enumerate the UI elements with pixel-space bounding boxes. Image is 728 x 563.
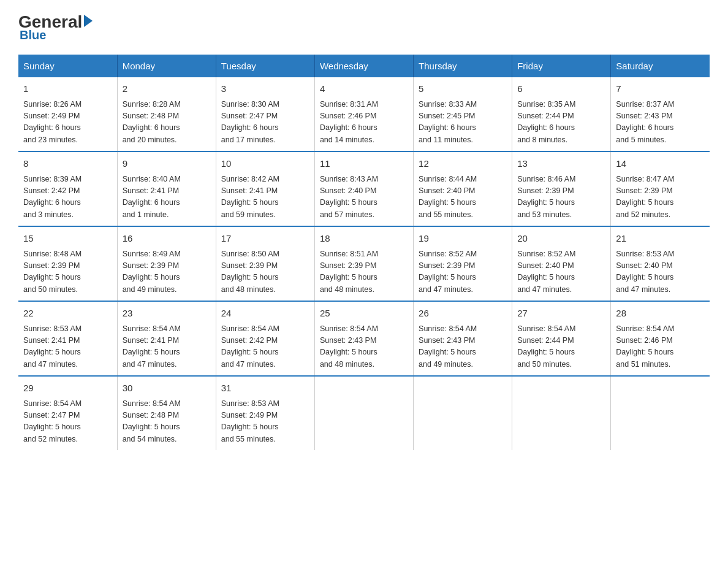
- day-info: Sunrise: 8:31 AM Sunset: 2:46 PM Dayligh…: [320, 99, 408, 147]
- day-info: Sunrise: 8:33 AM Sunset: 2:45 PM Dayligh…: [419, 99, 507, 147]
- calendar-cell: 10Sunrise: 8:42 AM Sunset: 2:41 PM Dayli…: [216, 151, 314, 226]
- calendar-week-3: 15Sunrise: 8:48 AM Sunset: 2:39 PM Dayli…: [18, 226, 710, 301]
- day-of-week-saturday: Saturday: [611, 55, 710, 77]
- calendar-cell: 14Sunrise: 8:47 AM Sunset: 2:39 PM Dayli…: [611, 151, 710, 226]
- calendar-cell: 16Sunrise: 8:49 AM Sunset: 2:39 PM Dayli…: [117, 226, 216, 301]
- calendar-cell: 27Sunrise: 8:54 AM Sunset: 2:44 PM Dayli…: [512, 301, 611, 376]
- calendar-cell: 9Sunrise: 8:40 AM Sunset: 2:41 PM Daylig…: [117, 151, 216, 226]
- logo: General Blue: [18, 12, 93, 42]
- day-info: Sunrise: 8:53 AM Sunset: 2:40 PM Dayligh…: [616, 248, 705, 296]
- day-number: 1: [23, 82, 112, 96]
- day-number: 27: [517, 307, 605, 321]
- calendar-cell: 13Sunrise: 8:46 AM Sunset: 2:39 PM Dayli…: [512, 151, 611, 226]
- day-of-week-wednesday: Wednesday: [314, 55, 413, 77]
- day-info: Sunrise: 8:28 AM Sunset: 2:48 PM Dayligh…: [123, 99, 211, 147]
- calendar-cell: 1Sunrise: 8:26 AM Sunset: 2:49 PM Daylig…: [18, 77, 117, 151]
- day-number: 29: [23, 381, 112, 396]
- day-number: 18: [320, 232, 408, 246]
- calendar-cell: 19Sunrise: 8:52 AM Sunset: 2:39 PM Dayli…: [414, 226, 512, 301]
- day-number: 15: [23, 232, 112, 246]
- day-info: Sunrise: 8:30 AM Sunset: 2:47 PM Dayligh…: [221, 99, 309, 147]
- calendar-cell: [314, 376, 413, 450]
- day-of-week-tuesday: Tuesday: [216, 55, 314, 77]
- day-number: 25: [320, 307, 408, 321]
- calendar-cell: [512, 376, 611, 450]
- day-info: Sunrise: 8:54 AM Sunset: 2:48 PM Dayligh…: [123, 398, 211, 446]
- day-number: 21: [616, 232, 705, 246]
- calendar-cell: 7Sunrise: 8:37 AM Sunset: 2:43 PM Daylig…: [611, 77, 710, 151]
- day-number: 23: [123, 307, 211, 321]
- day-number: 26: [419, 307, 507, 321]
- calendar-table: SundayMondayTuesdayWednesdayThursdayFrid…: [18, 55, 710, 450]
- calendar-cell: 2Sunrise: 8:28 AM Sunset: 2:48 PM Daylig…: [117, 77, 216, 151]
- calendar-cell: 12Sunrise: 8:44 AM Sunset: 2:40 PM Dayli…: [414, 151, 512, 226]
- day-info: Sunrise: 8:54 AM Sunset: 2:43 PM Dayligh…: [419, 323, 507, 371]
- calendar-cell: 3Sunrise: 8:30 AM Sunset: 2:47 PM Daylig…: [216, 77, 314, 151]
- day-info: Sunrise: 8:54 AM Sunset: 2:42 PM Dayligh…: [221, 323, 309, 371]
- calendar-cell: 24Sunrise: 8:54 AM Sunset: 2:42 PM Dayli…: [216, 301, 314, 376]
- calendar-cell: 25Sunrise: 8:54 AM Sunset: 2:43 PM Dayli…: [314, 301, 413, 376]
- calendar-cell: 20Sunrise: 8:52 AM Sunset: 2:40 PM Dayli…: [512, 226, 611, 301]
- calendar-cell: 18Sunrise: 8:51 AM Sunset: 2:39 PM Dayli…: [314, 226, 413, 301]
- day-number: 17: [221, 232, 309, 246]
- calendar-cell: 29Sunrise: 8:54 AM Sunset: 2:47 PM Dayli…: [18, 376, 117, 450]
- day-of-week-monday: Monday: [117, 55, 216, 77]
- day-number: 30: [123, 381, 211, 396]
- day-number: 11: [320, 157, 408, 171]
- day-info: Sunrise: 8:39 AM Sunset: 2:42 PM Dayligh…: [23, 174, 112, 221]
- day-info: Sunrise: 8:43 AM Sunset: 2:40 PM Dayligh…: [320, 174, 408, 221]
- day-number: 7: [616, 82, 705, 96]
- calendar-cell: 17Sunrise: 8:50 AM Sunset: 2:39 PM Dayli…: [216, 226, 314, 301]
- day-of-week-friday: Friday: [512, 55, 611, 77]
- day-number: 13: [517, 157, 605, 171]
- day-number: 14: [616, 157, 705, 171]
- day-info: Sunrise: 8:48 AM Sunset: 2:39 PM Dayligh…: [23, 248, 112, 296]
- day-number: 3: [221, 82, 309, 96]
- day-info: Sunrise: 8:54 AM Sunset: 2:43 PM Dayligh…: [320, 323, 408, 371]
- day-info: Sunrise: 8:52 AM Sunset: 2:40 PM Dayligh…: [517, 248, 605, 296]
- day-number: 4: [320, 82, 408, 96]
- day-info: Sunrise: 8:26 AM Sunset: 2:49 PM Dayligh…: [23, 99, 112, 147]
- day-info: Sunrise: 8:54 AM Sunset: 2:46 PM Dayligh…: [616, 323, 705, 371]
- calendar-cell: 5Sunrise: 8:33 AM Sunset: 2:45 PM Daylig…: [414, 77, 512, 151]
- day-info: Sunrise: 8:54 AM Sunset: 2:44 PM Dayligh…: [517, 323, 605, 371]
- calendar-cell: 26Sunrise: 8:54 AM Sunset: 2:43 PM Dayli…: [414, 301, 512, 376]
- day-info: Sunrise: 8:51 AM Sunset: 2:39 PM Dayligh…: [320, 248, 408, 296]
- day-number: 10: [221, 157, 309, 171]
- calendar-cell: 11Sunrise: 8:43 AM Sunset: 2:40 PM Dayli…: [314, 151, 413, 226]
- calendar-cell: 23Sunrise: 8:54 AM Sunset: 2:41 PM Dayli…: [117, 301, 216, 376]
- page-header: General Blue: [18, 12, 710, 42]
- day-info: Sunrise: 8:37 AM Sunset: 2:43 PM Dayligh…: [616, 99, 705, 147]
- day-of-week-sunday: Sunday: [18, 55, 117, 77]
- day-number: 19: [419, 232, 507, 246]
- calendar-cell: 8Sunrise: 8:39 AM Sunset: 2:42 PM Daylig…: [18, 151, 117, 226]
- day-info: Sunrise: 8:52 AM Sunset: 2:39 PM Dayligh…: [419, 248, 507, 296]
- day-info: Sunrise: 8:49 AM Sunset: 2:39 PM Dayligh…: [123, 248, 211, 296]
- day-number: 24: [221, 307, 309, 321]
- calendar-cell: 15Sunrise: 8:48 AM Sunset: 2:39 PM Dayli…: [18, 226, 117, 301]
- day-info: Sunrise: 8:40 AM Sunset: 2:41 PM Dayligh…: [123, 174, 211, 221]
- day-number: 9: [123, 157, 211, 171]
- calendar-cell: 4Sunrise: 8:31 AM Sunset: 2:46 PM Daylig…: [314, 77, 413, 151]
- calendar-week-4: 22Sunrise: 8:53 AM Sunset: 2:41 PM Dayli…: [18, 301, 710, 376]
- calendar-cell: [414, 376, 512, 450]
- calendar-week-2: 8Sunrise: 8:39 AM Sunset: 2:42 PM Daylig…: [18, 151, 710, 226]
- day-number: 22: [23, 307, 112, 321]
- day-info: Sunrise: 8:53 AM Sunset: 2:41 PM Dayligh…: [23, 323, 112, 371]
- calendar-cell: 6Sunrise: 8:35 AM Sunset: 2:44 PM Daylig…: [512, 77, 611, 151]
- day-number: 6: [517, 82, 605, 96]
- day-number: 28: [616, 307, 705, 321]
- calendar-cell: 22Sunrise: 8:53 AM Sunset: 2:41 PM Dayli…: [18, 301, 117, 376]
- day-info: Sunrise: 8:50 AM Sunset: 2:39 PM Dayligh…: [221, 248, 309, 296]
- day-number: 5: [419, 82, 507, 96]
- calendar-cell: 21Sunrise: 8:53 AM Sunset: 2:40 PM Dayli…: [611, 226, 710, 301]
- logo-blue-text: Blue: [20, 28, 46, 42]
- day-number: 12: [419, 157, 507, 171]
- calendar-cell: 30Sunrise: 8:54 AM Sunset: 2:48 PM Dayli…: [117, 376, 216, 450]
- day-info: Sunrise: 8:53 AM Sunset: 2:49 PM Dayligh…: [221, 398, 309, 446]
- day-number: 16: [123, 232, 211, 246]
- day-number: 8: [23, 157, 112, 171]
- day-info: Sunrise: 8:46 AM Sunset: 2:39 PM Dayligh…: [517, 174, 605, 221]
- calendar-cell: 28Sunrise: 8:54 AM Sunset: 2:46 PM Dayli…: [611, 301, 710, 376]
- calendar-week-1: 1Sunrise: 8:26 AM Sunset: 2:49 PM Daylig…: [18, 77, 710, 151]
